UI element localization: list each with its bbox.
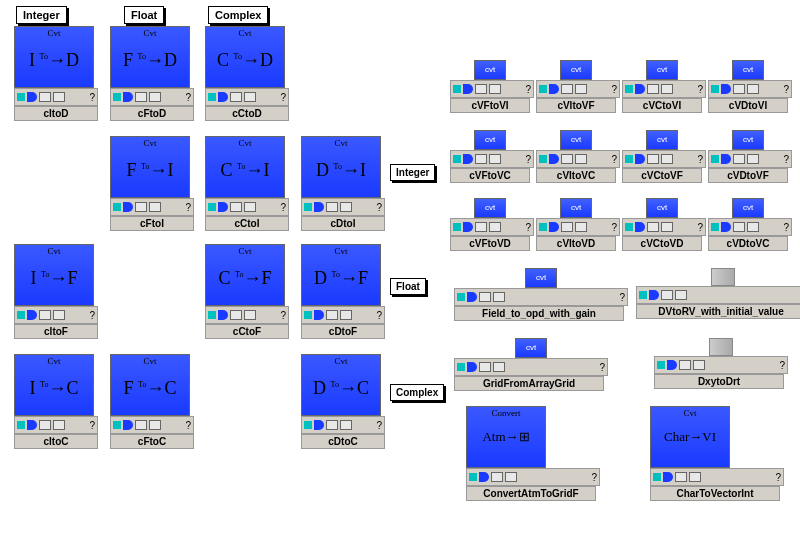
cvt-icon: CvtF To→D xyxy=(110,26,190,88)
module-label: CharToVectorInt xyxy=(650,486,780,501)
cvt-icon: CvtC To→I xyxy=(205,136,285,198)
module-label: cVFtoVI xyxy=(450,98,530,113)
cvt-small-icon: cvt xyxy=(732,130,764,150)
module-label: cVItoVC xyxy=(536,168,616,183)
module-cVDtoVC[interactable]: cvt?cVDtoVC xyxy=(708,198,788,251)
module-label: cVDtoVF xyxy=(708,168,788,183)
module-label: GridFromArrayGrid xyxy=(454,376,604,391)
module-label: cVItoVF xyxy=(536,98,616,113)
module-cVCtoVF[interactable]: cvt?cVCtoVF xyxy=(622,130,702,183)
module-label: cItoD xyxy=(14,106,98,121)
module-cVCtoVI[interactable]: cvt?cVCtoVI xyxy=(622,60,702,113)
cvt-icon: CvtD To→I xyxy=(301,136,381,198)
module-cCtoD[interactable]: CvtC To→D?cCtoD xyxy=(205,26,289,121)
module-label: cVFtoVD xyxy=(450,236,530,251)
cvt-icon: CvtI To→F xyxy=(14,244,94,306)
cvt-icon: CvtF To→I xyxy=(110,136,190,198)
module-cVItoVD[interactable]: cvt?cVItoVD xyxy=(536,198,616,251)
module-label: cItoC xyxy=(14,434,98,449)
module-label: cDtoF xyxy=(301,324,385,339)
cvt-icon: CvtD To→F xyxy=(301,244,381,306)
module-cVDtoVI[interactable]: cvt?cVDtoVI xyxy=(708,60,788,113)
module-Field_to_opd_with_gain[interactable]: cvt?Field_to_opd_with_gain xyxy=(454,268,628,321)
module-label: ConvertAtmToGridF xyxy=(466,486,596,501)
module-cCtoI[interactable]: CvtC To→I?cCtoI xyxy=(205,136,289,231)
module-label: DVtoRV_with_initial_value xyxy=(636,304,800,319)
module-label: cDtoC xyxy=(301,434,385,449)
module-cItoD[interactable]: CvtI To→D?cItoD xyxy=(14,26,98,121)
module-label: cVFtoVC xyxy=(450,168,530,183)
gray-icon xyxy=(709,338,733,356)
module-label: cDtoI xyxy=(301,216,385,231)
module-label: cVCtoVF xyxy=(622,168,702,183)
cvt-small-icon: cvt xyxy=(646,60,678,80)
header-integer: Integer xyxy=(16,6,67,24)
header-complex: Complex xyxy=(208,6,268,24)
module-cFtoD[interactable]: CvtF To→D?cFtoD xyxy=(110,26,194,121)
cvt-small-icon: cvt xyxy=(474,198,506,218)
cvt-icon: CvtI To→C xyxy=(14,354,94,416)
cvt-icon: CvtC To→F xyxy=(205,244,285,306)
rowlabel-complex: Complex xyxy=(390,384,444,401)
module-cDtoC[interactable]: CvtD To→C?cDtoC xyxy=(301,354,385,449)
header-float: Float xyxy=(124,6,164,24)
module-DxytoDrt[interactable]: ?DxytoDrt xyxy=(654,338,788,389)
module-label: cVItoVD xyxy=(536,236,616,251)
module-label: cVCtoVD xyxy=(622,236,702,251)
module-cDtoF[interactable]: CvtD To→F?cDtoF xyxy=(301,244,385,339)
cvt-small-icon: cvt xyxy=(646,130,678,150)
module-cVFtoVD[interactable]: cvt?cVFtoVD xyxy=(450,198,530,251)
cvt-icon: CvtF To→C xyxy=(110,354,190,416)
module-label: DxytoDrt xyxy=(654,374,784,389)
module-cVDtoVF[interactable]: cvt?cVDtoVF xyxy=(708,130,788,183)
module-label: cFtoC xyxy=(110,434,194,449)
cvt-small-icon: cvt xyxy=(560,130,592,150)
module-CharToVectorInt[interactable]: CvtChar→VI?CharToVectorInt xyxy=(650,406,784,501)
rowlabel-float: Float xyxy=(390,278,426,295)
module-label: cCtoI xyxy=(205,216,289,231)
cvt-icon: CvtI To→D xyxy=(14,26,94,88)
module-label: cItoF xyxy=(14,324,98,339)
module-cFtoI[interactable]: CvtF To→I?cFtoI xyxy=(110,136,194,231)
module-label: cVDtoVI xyxy=(708,98,788,113)
convert-icon: ConvertAtm→⊞ xyxy=(466,406,546,468)
module-cItoF[interactable]: CvtI To→F?cItoF xyxy=(14,244,98,339)
cvt-small-icon: cvt xyxy=(474,60,506,80)
module-label: cVDtoVC xyxy=(708,236,788,251)
module-label: cCtoD xyxy=(205,106,289,121)
cvt-icon: CvtD To→C xyxy=(301,354,381,416)
module-cItoC[interactable]: CvtI To→C?cItoC xyxy=(14,354,98,449)
cvt-small-icon: cvt xyxy=(525,268,557,288)
module-label: cFtoI xyxy=(110,216,194,231)
module-cVItoVF[interactable]: cvt?cVItoVF xyxy=(536,60,616,113)
module-cDtoI[interactable]: CvtD To→I?cDtoI xyxy=(301,136,385,231)
module-cVCtoVD[interactable]: cvt?cVCtoVD xyxy=(622,198,702,251)
cvt-icon: CvtC To→D xyxy=(205,26,285,88)
module-DVtoRV_with_initial_value[interactable]: ?DVtoRV_with_initial_value xyxy=(636,268,800,319)
cvt-small-icon: cvt xyxy=(474,130,506,150)
cvt-small-icon: cvt xyxy=(560,198,592,218)
gray-icon xyxy=(711,268,735,286)
module-label: cFtoD xyxy=(110,106,194,121)
cvt-small-icon: cvt xyxy=(515,338,547,358)
module-cVFtoVI[interactable]: cvt?cVFtoVI xyxy=(450,60,530,113)
module-label: cVCtoVI xyxy=(622,98,702,113)
module-label: cCtoF xyxy=(205,324,289,339)
module-ConvertAtmToGridF[interactable]: ConvertAtm→⊞?ConvertAtmToGridF xyxy=(466,406,600,501)
module-label: Field_to_opd_with_gain xyxy=(454,306,624,321)
module-cVFtoVC[interactable]: cvt?cVFtoVC xyxy=(450,130,530,183)
rowlabel-integer: Integer xyxy=(390,164,435,181)
module-GridFromArrayGrid[interactable]: cvt?GridFromArrayGrid xyxy=(454,338,608,391)
convert-icon: CvtChar→VI xyxy=(650,406,730,468)
cvt-small-icon: cvt xyxy=(560,60,592,80)
module-cCtoF[interactable]: CvtC To→F?cCtoF xyxy=(205,244,289,339)
cvt-small-icon: cvt xyxy=(732,198,764,218)
module-cFtoC[interactable]: CvtF To→C?cFtoC xyxy=(110,354,194,449)
cvt-small-icon: cvt xyxy=(732,60,764,80)
module-cVItoVC[interactable]: cvt?cVItoVC xyxy=(536,130,616,183)
cvt-small-icon: cvt xyxy=(646,198,678,218)
